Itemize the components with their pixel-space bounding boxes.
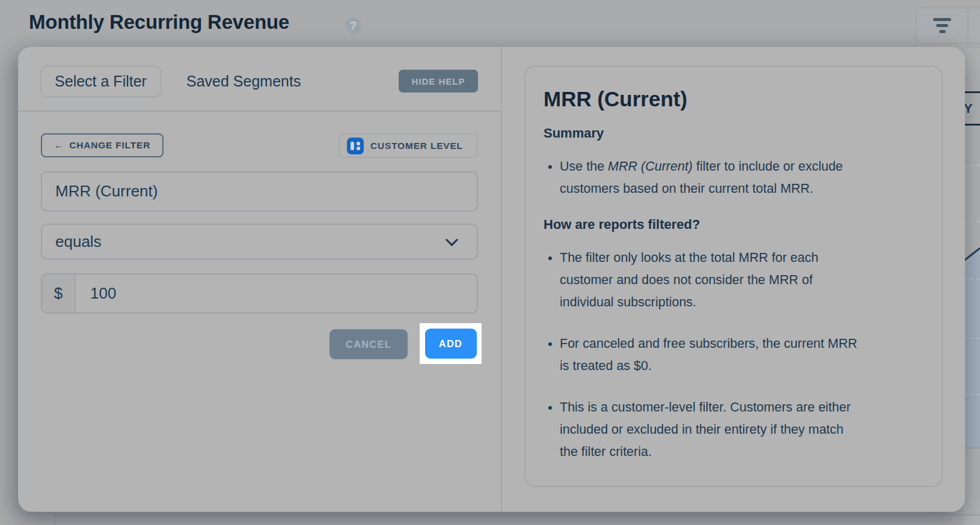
chart-gridline <box>963 279 980 280</box>
amount-input[interactable]: 100 <box>76 284 116 303</box>
chart-gridline <box>963 394 980 395</box>
change-filter-button[interactable]: ← CHANGE FILTER <box>41 133 164 157</box>
help-bullet: The filter only looks at the total MRR f… <box>560 247 914 314</box>
help-filtered-heading: How are reports filtered? <box>544 217 923 232</box>
help-title: MRR (Current) <box>544 87 923 111</box>
customer-level-icon <box>347 138 364 154</box>
help-filtered-list: The filter only looks at the total MRR f… <box>544 247 923 463</box>
help-summary-heading: Summary <box>544 126 923 141</box>
page-divider-line <box>54 514 55 525</box>
filter-name-field[interactable]: MRR (Current) <box>41 171 478 211</box>
chart-gridline <box>963 338 980 339</box>
mrr-area-chart <box>963 240 980 448</box>
help-summary-bullet: Use the MRR (Current) filter to include … <box>560 156 914 200</box>
chart-gridline <box>963 165 980 166</box>
toolbar-divider <box>967 8 969 43</box>
chart-axis-line <box>963 448 980 449</box>
tab-select-a-filter[interactable]: Select a Filter <box>40 65 161 97</box>
change-filter-label: CHANGE FILTER <box>69 140 150 151</box>
tabs-divider <box>18 111 501 112</box>
cancel-button[interactable]: CANCEL <box>329 329 408 359</box>
chart-gridline <box>963 221 980 222</box>
currency-prefix: $ <box>42 275 76 312</box>
chart-interval-tab[interactable]: Y <box>963 91 980 126</box>
filter-popover: Select a Filter Saved Segments HIDE HELP… <box>18 47 965 512</box>
page-title: Monthly Recurring Revenue <box>29 11 289 34</box>
help-summary-list: Use the MRR (Current) filter to include … <box>544 156 923 200</box>
add-button[interactable]: ADD <box>425 329 477 359</box>
help-bullet: For canceled and free subscribers, the c… <box>560 333 914 377</box>
customer-level-badge: CUSTOMER LEVEL <box>338 133 478 158</box>
hide-help-button[interactable]: HIDE HELP <box>399 70 478 93</box>
spotlight-highlight: ADD <box>420 323 482 364</box>
chevron-down-icon <box>446 234 458 246</box>
back-arrow-icon: ← <box>54 140 64 151</box>
chart-toolbar <box>916 7 980 44</box>
page-divider-line <box>54 514 980 515</box>
help-bullet: This is a customer-level filter. Custome… <box>560 396 914 463</box>
customer-level-label: CUSTOMER LEVEL <box>370 141 463 151</box>
pane-divider <box>501 47 502 512</box>
toolbar-filter-button[interactable] <box>917 8 967 43</box>
help-icon[interactable]: ? <box>345 17 361 34</box>
amount-field[interactable]: $ 100 <box>41 273 478 314</box>
chart-strip: Y <box>963 48 980 525</box>
tab-saved-segments[interactable]: Saved Segments <box>186 65 301 97</box>
help-card: MRR (Current) Summary Use the MRR (Curre… <box>524 65 943 487</box>
operator-select[interactable]: equals <box>41 223 478 259</box>
operator-value: equals <box>55 232 102 251</box>
